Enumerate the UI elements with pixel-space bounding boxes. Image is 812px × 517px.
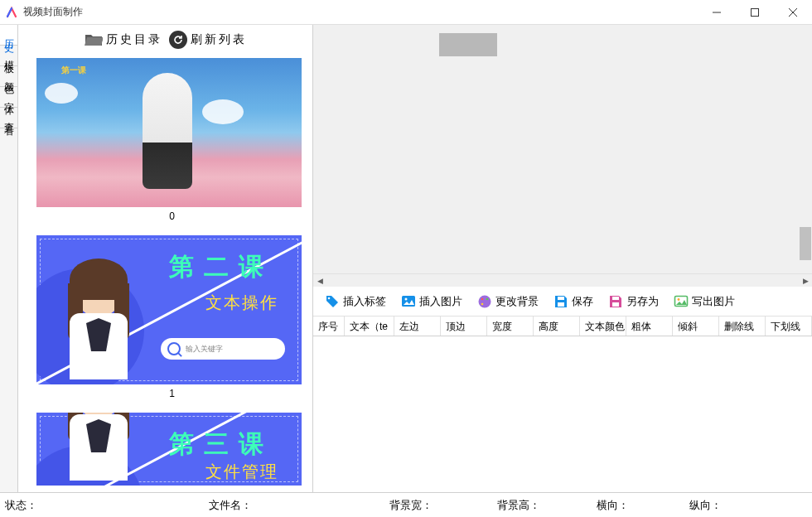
svg-rect-11 [558, 302, 564, 307]
lesson1-subtitle: 文本操作 [205, 292, 278, 314]
window-title: 视频封面制作 [23, 5, 83, 19]
status-vertical: 纵向： [684, 498, 727, 513]
minimize-button[interactable] [698, 0, 736, 25]
vertical-scrollbar[interactable] [799, 25, 812, 260]
svg-point-8 [481, 297, 484, 300]
svg-point-10 [481, 302, 484, 305]
thumbnail-image-1[interactable]: 第二课 文本操作 输入关键字 [36, 235, 302, 384]
col-height[interactable]: 高度 [534, 316, 580, 336]
save-as-button[interactable]: 另存为 [608, 294, 659, 309]
main-area: 历史 模板 颜色 字体 查看 历史目录 刷新列表 第一课 0 [0, 25, 812, 492]
svg-rect-14 [612, 297, 619, 300]
titlebar-left: 视频封面制作 [5, 5, 83, 19]
scroll-left-arrow[interactable]: ◀ [313, 274, 326, 287]
search-icon [167, 342, 181, 355]
canvas-placeholder [439, 33, 497, 56]
svg-rect-12 [558, 297, 564, 300]
action-toolbar: 插入标签 插入图片 更改背景 保存 另存为 写出图片 [313, 287, 812, 316]
palette-icon [477, 294, 492, 309]
svg-point-9 [486, 297, 489, 300]
insert-image-button[interactable]: 插入图片 [401, 294, 462, 309]
folder-icon [85, 32, 103, 47]
table-body[interactable] [313, 336, 812, 492]
close-button[interactable] [774, 0, 812, 25]
side-tab-view[interactable]: 查看 [0, 108, 17, 128]
insert-tag-button[interactable]: 插入标签 [325, 294, 386, 309]
left-toolbar: 历史目录 刷新列表 [18, 25, 312, 55]
history-dir-button[interactable]: 历史目录 [85, 32, 162, 47]
export-image-button[interactable]: 写出图片 [674, 294, 735, 309]
col-bold[interactable]: 粗体 [626, 316, 673, 336]
side-tab-color[interactable]: 颜色 [0, 66, 17, 87]
svg-rect-5 [402, 296, 415, 307]
col-index[interactable]: 序号 [313, 316, 345, 336]
window-controls [698, 0, 812, 25]
status-bgheight: 背景高： [492, 498, 592, 513]
refresh-list-label: 刷新列表 [191, 32, 247, 47]
save-button[interactable]: 保存 [553, 294, 593, 309]
statusbar: 状态： 文件名： 背景宽： 背景高： 横向： 纵向： [0, 492, 812, 517]
col-strike[interactable]: 删除线 [719, 316, 766, 336]
lesson1-title: 第二课 [169, 250, 273, 284]
scroll-right-arrow[interactable]: ▶ [799, 274, 812, 287]
refresh-icon [169, 31, 187, 49]
side-tab-font[interactable]: 字体 [0, 87, 17, 108]
svg-point-6 [405, 297, 408, 300]
col-top[interactable]: 顶边 [441, 316, 487, 336]
lesson2-title: 第三课 [169, 428, 273, 461]
svg-rect-13 [612, 302, 619, 307]
change-bg-button[interactable]: 更改背景 [477, 294, 539, 309]
thumbnail-image-2[interactable]: 第三课 文件管理 [36, 413, 302, 486]
col-underline[interactable]: 下划线 [766, 316, 812, 336]
status-status: 状态： [0, 498, 204, 513]
col-width[interactable]: 宽度 [487, 316, 534, 336]
side-tab-history[interactable]: 历史 [0, 25, 17, 46]
scrollbar-thumb[interactable] [800, 227, 811, 260]
col-italic[interactable]: 倾斜 [673, 316, 719, 336]
history-dir-label: 历史目录 [106, 32, 162, 47]
app-icon [5, 6, 18, 19]
thumbnail-item[interactable]: 第二课 文本操作 输入关键字 1 [36, 235, 307, 399]
status-horizontal: 横向： [592, 498, 684, 513]
horizontal-scrollbar[interactable]: ◀ ▶ [313, 273, 812, 287]
right-panel: ◀ ▶ 插入标签 插入图片 更改背景 保存 另存为 [313, 25, 812, 492]
thumbnail-list[interactable]: 第一课 0 第二课 文本操作 输入关键字 1 第三课 [18, 55, 312, 492]
refresh-list-button[interactable]: 刷新列表 [169, 31, 247, 49]
status-bgwidth: 背景宽： [384, 498, 492, 513]
col-textcolor[interactable]: 文本颜色 [580, 316, 626, 336]
titlebar: 视频封面制作 [0, 0, 812, 25]
thumbnail-item[interactable]: 第一课 0 [36, 58, 307, 222]
thumb0-badge: 第一课 [61, 65, 86, 76]
thumbnail-image-0[interactable]: 第一课 [36, 58, 302, 207]
svg-rect-1 [752, 8, 759, 16]
canvas-area[interactable] [313, 25, 812, 273]
status-filename: 文件名： [204, 498, 384, 513]
col-left[interactable]: 左边 [394, 316, 441, 336]
table-header: 序号 文本（te 左边 顶边 宽度 高度 文本颜色 粗体 倾斜 删除线 下划线 [313, 316, 812, 336]
save-as-icon [608, 294, 623, 309]
svg-point-7 [479, 295, 491, 307]
save-icon [553, 294, 568, 309]
left-panel: 历史目录 刷新列表 第一课 0 第二课 文本操作 [18, 25, 313, 492]
thumbnail-label: 0 [36, 210, 307, 222]
tag-icon [325, 294, 340, 309]
export-icon [674, 294, 689, 309]
lesson2-subtitle: 文件管理 [205, 461, 278, 483]
lesson1-search: 输入关键字 [161, 338, 285, 360]
thumbnail-label: 1 [36, 388, 307, 399]
thumbnail-item[interactable]: 第三课 文件管理 [36, 413, 307, 486]
svg-point-4 [328, 297, 331, 299]
col-text[interactable]: 文本（te [345, 316, 394, 336]
maximize-button[interactable] [736, 0, 774, 25]
svg-point-16 [678, 298, 680, 301]
side-tabs: 历史 模板 颜色 字体 查看 [0, 25, 18, 492]
image-icon [401, 294, 416, 309]
side-tab-template[interactable]: 模板 [0, 46, 17, 66]
